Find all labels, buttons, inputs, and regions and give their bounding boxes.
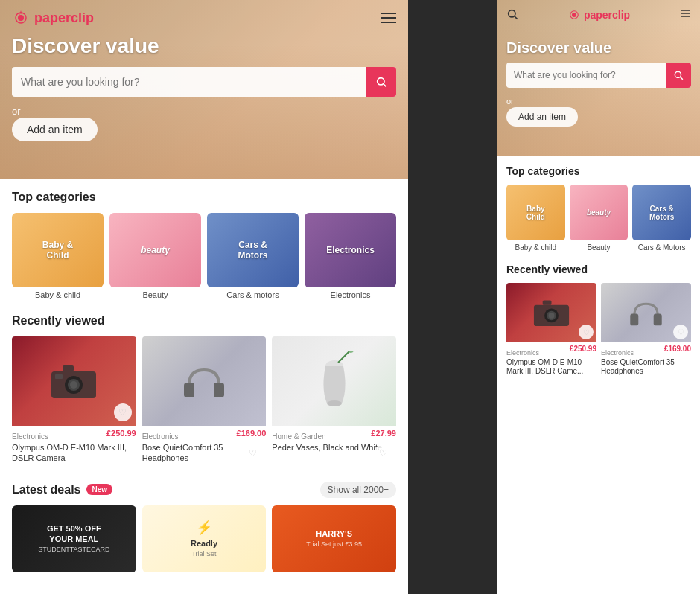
show-all-link[interactable]: Show all 2000+ xyxy=(320,482,396,498)
right-search-input[interactable] xyxy=(506,70,666,80)
wishlist-button-vase[interactable]: ♡ xyxy=(374,444,392,462)
svg-point-12 xyxy=(327,400,342,406)
svg-rect-9 xyxy=(184,383,194,397)
search-button[interactable] xyxy=(366,67,396,97)
search-box xyxy=(12,67,396,97)
right-category-beauty[interactable]: beauty Beauty xyxy=(570,185,629,252)
right-category-label-cars: Cars & Motors xyxy=(632,243,691,252)
right-category-baby[interactable]: BabyChild Baby & child xyxy=(506,185,565,252)
product-price-headphones: £169.00 xyxy=(237,429,267,438)
right-category-overlay-cars: Cars &Motors xyxy=(632,185,691,240)
svg-point-15 xyxy=(572,13,576,17)
svg-point-2 xyxy=(378,78,384,85)
right-product-name-camera: Olympus OM-D E-M10 Mark III, DSLR Came..… xyxy=(506,358,596,376)
recently-viewed-section: Recently viewed ♡ xyxy=(12,314,396,467)
right-product-name-headphones: Bose QuietComfort 35 Headphones xyxy=(601,358,691,376)
right-product-price-camera: £250.99 xyxy=(570,345,596,353)
right-product-card-headphones[interactable]: ♡ Electronics £169.00 Bose QuietComfort … xyxy=(601,283,691,378)
right-menu-button[interactable] xyxy=(679,7,691,22)
latest-deals-left: Latest deals New xyxy=(12,483,112,496)
right-category-card-baby[interactable]: BabyChild xyxy=(506,185,565,240)
category-label-electronics: Electronics xyxy=(305,290,396,299)
product-card-vase[interactable]: ♡ Home & Garden £27.99 Peder Vases, Blac… xyxy=(272,336,396,467)
readly-icon: ⚡ xyxy=(196,520,212,536)
left-panel: paperclip Discover value xyxy=(0,0,408,594)
right-categories-title: Top categories xyxy=(506,165,691,177)
recently-viewed-title: Recently viewed xyxy=(12,314,396,328)
products-row: ♡ Electronics £250.99 Olympus OM-D E-M10… xyxy=(12,336,396,467)
product-image-camera: ♡ xyxy=(12,336,136,426)
hamburger-line xyxy=(381,13,396,14)
category-electronics[interactable]: Electronics Electronics xyxy=(305,213,396,299)
category-card-beauty[interactable]: beauty xyxy=(109,213,201,287)
deal-tastecard[interactable]: GET 50% OFFYOUR MEAL STUDENTTASTECARD xyxy=(12,505,136,572)
deal-readly-sub: Trial Set xyxy=(191,550,216,558)
category-cars[interactable]: Cars &Motors Cars & motors xyxy=(207,213,299,299)
header-bar: paperclip xyxy=(0,0,408,36)
main-content: Top categories Baby &Child Baby & child … xyxy=(0,179,408,584)
svg-point-14 xyxy=(509,10,515,16)
add-item-button[interactable]: Add an item xyxy=(12,118,98,141)
right-logo[interactable]: paperclip xyxy=(567,8,630,22)
right-category-cars[interactable]: Cars &Motors Cars & Motors xyxy=(632,185,691,252)
categories-grid: Baby &Child Baby & child beauty Beauty C… xyxy=(12,213,396,299)
product-card-headphones[interactable]: ♡ Electronics £169.00 Bose QuietComfort … xyxy=(142,336,267,467)
right-category-card-cars[interactable]: Cars &Motors xyxy=(632,185,691,240)
right-search-box xyxy=(506,63,691,88)
wishlist-button-headphones[interactable]: ♡ xyxy=(244,444,261,462)
category-baby[interactable]: Baby &Child Baby & child xyxy=(12,213,104,299)
svg-rect-23 xyxy=(630,314,638,326)
right-camera-icon xyxy=(531,298,572,328)
svg-point-6 xyxy=(70,381,77,389)
category-label-beauty: Beauty xyxy=(109,290,201,299)
category-card-baby[interactable]: Baby &Child xyxy=(12,213,104,287)
menu-button[interactable] xyxy=(381,13,396,23)
svg-rect-7 xyxy=(63,365,74,371)
search-input[interactable] xyxy=(12,76,366,88)
right-product-image-camera: ♡ xyxy=(506,283,596,342)
logo[interactable]: paperclip xyxy=(12,9,94,27)
product-price-vase: £27.99 xyxy=(371,429,396,438)
right-hero-title: Discover value xyxy=(506,39,691,57)
logo-text: paperclip xyxy=(34,10,94,26)
product-category-vase: Home & Garden xyxy=(272,432,325,441)
search-row xyxy=(12,67,396,97)
hamburger-line xyxy=(381,17,396,19)
category-beauty[interactable]: beauty Beauty xyxy=(109,213,201,299)
right-headphones-icon xyxy=(626,294,666,331)
category-card-cars[interactable]: Cars &Motors xyxy=(207,213,299,287)
hero-content: Discover value or Add an item xyxy=(12,34,396,141)
category-label-baby: Baby & child xyxy=(12,290,104,299)
right-category-card-beauty[interactable]: beauty xyxy=(570,185,629,240)
right-wishlist-button-camera[interactable]: ♡ xyxy=(579,325,594,339)
right-product-info-camera: Electronics £250.99 Olympus OM-D E-M10 M… xyxy=(506,342,596,378)
right-categories-grid: BabyChild Baby & child beauty Beauty Car… xyxy=(506,185,691,252)
right-content: Top categories BabyChild Baby & child be… xyxy=(497,156,700,387)
right-logo-text: paperclip xyxy=(584,9,630,21)
svg-point-21 xyxy=(549,313,555,319)
product-category-headphones: Electronics xyxy=(142,432,179,441)
categories-title: Top categories xyxy=(12,191,396,204)
right-add-item-button[interactable]: Add an item xyxy=(506,107,578,127)
right-search-button[interactable] xyxy=(666,63,691,88)
right-category-overlay-baby: BabyChild xyxy=(506,185,565,240)
right-or-label: or xyxy=(506,94,691,107)
right-wishlist-button-headphones[interactable]: ♡ xyxy=(673,325,688,339)
right-logo-icon xyxy=(567,8,581,22)
deal-harrys[interactable]: HARRY'S Trial Set just £3.95 xyxy=(272,505,396,572)
search-icon-button[interactable] xyxy=(506,8,518,22)
right-hero-content: Discover value or Add an item xyxy=(506,39,691,127)
right-product-info-headphones: Electronics £169.00 Bose QuietComfort 35… xyxy=(601,342,691,378)
wishlist-button-camera[interactable]: ♡ xyxy=(114,403,132,421)
deal-tastecard-sub: STUDENTTASTECARD xyxy=(38,546,109,553)
deal-readly[interactable]: ⚡ Readly Trial Set xyxy=(142,505,267,572)
category-label-cars: Cars & motors xyxy=(207,290,299,299)
category-card-electronics[interactable]: Electronics xyxy=(305,213,396,287)
product-image-vase: ♡ xyxy=(272,336,396,426)
camera-icon xyxy=(48,363,100,400)
right-product-card-camera[interactable]: ♡ Electronics £250.99 Olympus OM-D E-M10… xyxy=(506,283,596,378)
product-card-camera[interactable]: ♡ Electronics £250.99 Olympus OM-D E-M10… xyxy=(12,336,136,467)
right-products-row: ♡ Electronics £250.99 Olympus OM-D E-M10… xyxy=(506,283,691,378)
latest-deals-section: Latest deals New Show all 2000+ GET 50% … xyxy=(12,482,396,572)
svg-rect-8 xyxy=(55,374,63,379)
